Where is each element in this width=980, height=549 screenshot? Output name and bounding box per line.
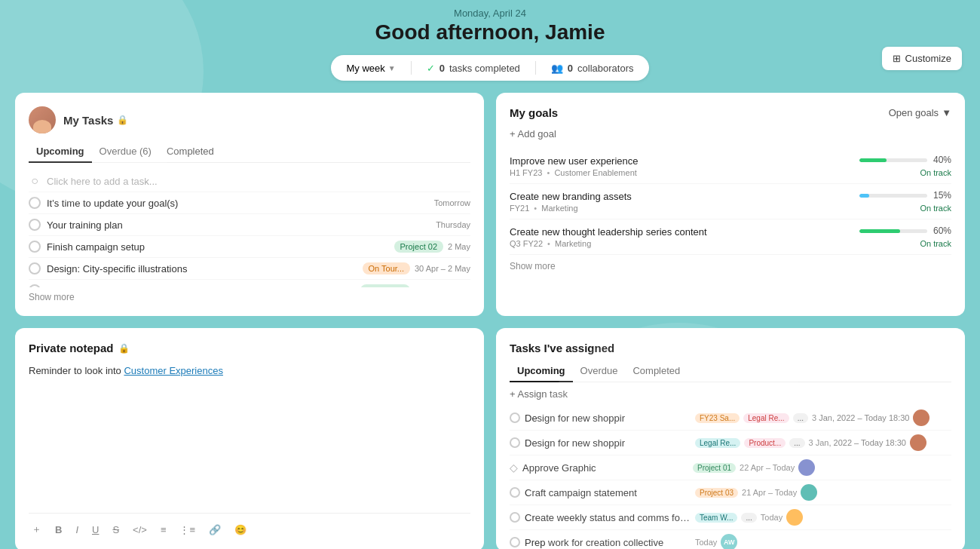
assigned-badge: ...: [741, 513, 756, 523]
header-greeting: Good afternoon, Jamie: [0, 20, 980, 44]
toolbar-list-btn[interactable]: ≡: [158, 523, 170, 537]
toolbar-ordered-list-btn[interactable]: ⋮≡: [176, 523, 198, 537]
task-checkbox[interactable]: [29, 241, 41, 253]
chevron-down-icon-goals: ▼: [942, 107, 951, 118]
user-initials: AW: [721, 534, 737, 549]
add-task-placeholder: Click here to add a task...: [47, 176, 470, 187]
task-text: Prepare briefing: [47, 285, 354, 288]
task-row[interactable]: It's time to update your goal(s) Tomorro…: [29, 192, 470, 214]
add-task-icon: ○: [29, 175, 41, 187]
assigned-task-meta: Today AW: [695, 534, 737, 549]
main-content: My Tasks 🔒 Upcoming Overdue (6) Complete…: [0, 93, 980, 549]
assigned-badge: FY23 Sa...: [695, 413, 740, 423]
task-meta: Project 02 2 May: [394, 241, 471, 253]
assigned-tabs: Upcoming Overdue Completed: [510, 360, 951, 382]
task-badge: Project 02: [394, 241, 444, 253]
show-more-tasks[interactable]: Show more: [29, 292, 470, 302]
task-meta: Project 02 28 Apr – 3 May: [360, 284, 470, 287]
task-checkbox[interactable]: [29, 197, 41, 209]
task-row[interactable]: Your training plan Thursday: [29, 214, 470, 236]
assigned-badge: Product...: [744, 438, 786, 448]
customize-button[interactable]: ⊞ Customize: [882, 47, 962, 70]
task-meta: Tomorrow: [434, 198, 470, 207]
toolbar-strikethrough-btn[interactable]: S: [109, 523, 122, 537]
assigned-task-row[interactable]: ◇ Approve Graphic Project 01 22 Apr – To…: [510, 455, 951, 480]
assigned-task-meta: Project 01 22 Apr – Today: [693, 459, 815, 476]
tab-assigned-upcoming[interactable]: Upcoming: [510, 360, 573, 382]
assignee-avatar: [786, 509, 803, 526]
toolbar-bold-btn[interactable]: B: [52, 523, 65, 537]
task-checkbox[interactable]: [510, 437, 520, 448]
tab-assigned-overdue[interactable]: Overdue: [573, 360, 626, 382]
task-list: ○ Click here to add a task... It's time …: [29, 170, 470, 287]
my-tasks-header: My Tasks 🔒: [29, 106, 470, 133]
goal-info: Create new thought leadership series con…: [510, 226, 850, 248]
assigned-task-row[interactable]: Design for new shoppir Legal Re...Produc…: [510, 431, 951, 455]
open-goals-label: Open goals: [889, 107, 939, 118]
tab-overdue[interactable]: Overdue (6): [92, 141, 159, 163]
toolbar-underline-btn[interactable]: U: [89, 523, 102, 537]
assigned-task-meta: FY23 Sa...Legal Re...... 3 Jan, 2022 – T…: [695, 409, 929, 426]
assigned-task-text: Prep work for creation collective: [525, 537, 691, 548]
task-row[interactable]: Prepare briefing Project 02 28 Apr – 3 M…: [29, 280, 470, 287]
week-selector[interactable]: My week ▼: [346, 63, 395, 74]
task-checkbox[interactable]: [29, 262, 41, 274]
task-checkbox[interactable]: [510, 487, 520, 498]
task-checkbox[interactable]: [510, 413, 520, 423]
assignee-avatar: [801, 484, 817, 501]
task-date: 30 Apr – 2 May: [415, 264, 470, 273]
week-label: My week: [346, 63, 384, 74]
toolbar-code-btn[interactable]: </>: [130, 523, 150, 537]
assigned-badge: Legal Re...: [695, 438, 740, 448]
assigned-task-text: Craft campaign statement: [525, 487, 691, 498]
goal-row[interactable]: Create new branding assets FY21 • Market…: [510, 184, 951, 219]
assigned-task-row[interactable]: Craft campaign statement Project 03 21 A…: [510, 480, 951, 505]
task-checkbox[interactable]: [510, 512, 520, 523]
goal-row[interactable]: Create new thought leadership series con…: [510, 219, 951, 255]
assigned-header: Tasks I've assigned: [510, 342, 951, 354]
task-text: Finish campaign setup: [47, 241, 388, 253]
notepad-link[interactable]: Customer Experiences: [124, 365, 223, 376]
week-bar: My week ▼ ✓ 0 tasks completed 👥 0 collab…: [0, 55, 980, 81]
goal-name: Improve new user experience: [510, 155, 850, 167]
checkmark-icon: ✓: [427, 63, 435, 74]
add-task-row[interactable]: ○ Click here to add a task...: [29, 170, 470, 192]
progress-bar: [859, 229, 927, 233]
notepad-content-prefix: Reminder to look into: [29, 365, 124, 376]
assigned-task-row[interactable]: Prep work for creation collective Today …: [510, 530, 951, 549]
add-goal-button[interactable]: + Add goal: [510, 128, 951, 140]
assignee-avatar: [913, 409, 929, 426]
goal-row[interactable]: Improve new user experience H1 FY23 • Cu…: [510, 149, 951, 184]
task-date: 28 Apr – 3 May: [415, 286, 470, 287]
task-text: It's time to update your goal(s): [47, 198, 428, 209]
assign-task-button[interactable]: + Assign task: [510, 388, 951, 400]
toolbar-add-btn[interactable]: ＋: [29, 521, 44, 538]
assigned-task-row[interactable]: Create weekly status and comms for stake…: [510, 505, 951, 530]
assigned-task-meta: Project 03 21 Apr – Today: [695, 484, 817, 501]
task-checkbox[interactable]: [510, 537, 520, 547]
toolbar-emoji-btn[interactable]: 😊: [231, 523, 250, 537]
tab-completed[interactable]: Completed: [159, 141, 222, 163]
goal-sub: Q3 FY22 • Marketing: [510, 239, 850, 248]
show-more-goals[interactable]: Show more: [510, 261, 951, 271]
assigned-task-list: Design for new shoppir FY23 Sa...Legal R…: [510, 406, 951, 549]
task-meta: On Tour... 30 Apr – 2 May: [363, 262, 471, 274]
assigned-date: 3 Jan, 2022 – Today 18:30: [809, 438, 906, 447]
goals-list: Improve new user experience H1 FY23 • Cu…: [510, 149, 951, 255]
collaborators-label: collaborators: [577, 63, 633, 74]
toolbar-link-btn[interactable]: 🔗: [206, 523, 224, 537]
task-row[interactable]: Finish campaign setup Project 02 2 May: [29, 236, 470, 258]
open-goals-btn[interactable]: Open goals ▼: [889, 107, 951, 118]
notepad-body[interactable]: Reminder to look into Customer Experienc…: [29, 363, 470, 513]
tab-upcoming[interactable]: Upcoming: [29, 141, 92, 163]
task-row[interactable]: Design: City-specific illustrations On T…: [29, 258, 470, 280]
toolbar-italic-btn[interactable]: I: [72, 523, 81, 537]
assigned-task-meta: Legal Re...Product...... 3 Jan, 2022 – T…: [695, 434, 926, 451]
assigned-title: Tasks I've assigned: [510, 342, 614, 354]
task-checkbox[interactable]: [29, 284, 41, 287]
goal-name: Create new thought leadership series con…: [510, 226, 850, 238]
tab-assigned-completed[interactable]: Completed: [625, 360, 688, 382]
goals-header: My goals Open goals ▼: [510, 106, 951, 119]
task-checkbox[interactable]: [29, 219, 41, 231]
assigned-task-row[interactable]: Design for new shoppir FY23 Sa...Legal R…: [510, 406, 951, 431]
